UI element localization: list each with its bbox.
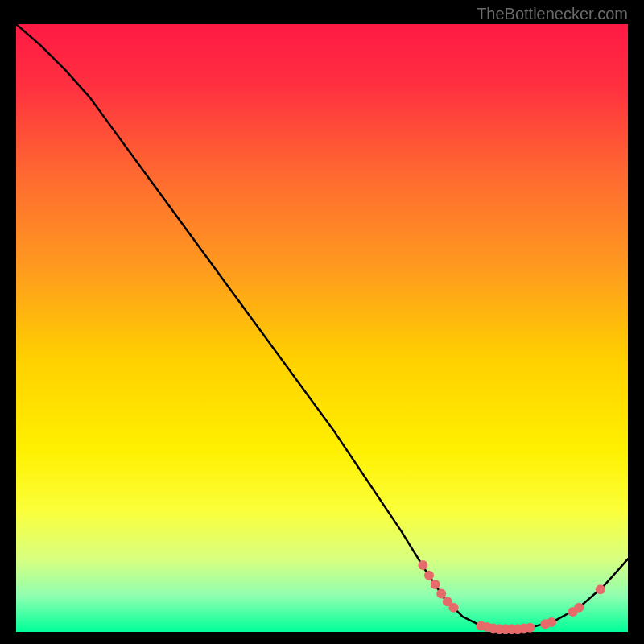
chart-svg — [0, 0, 644, 644]
marker-dot — [547, 617, 556, 627]
plot-background — [16, 24, 628, 632]
marker-dot — [431, 580, 440, 589]
marker-dot — [596, 584, 605, 594]
watermark-text: TheBottlenecker.com — [477, 5, 628, 23]
marker-dot — [525, 623, 535, 633]
marker-dot — [418, 560, 427, 570]
marker-dot — [448, 603, 458, 613]
marker-dot — [574, 603, 584, 613]
marker-dot — [424, 571, 434, 580]
chart-container: TheBottlenecker.com — [0, 0, 644, 644]
marker-dot — [436, 588, 446, 598]
